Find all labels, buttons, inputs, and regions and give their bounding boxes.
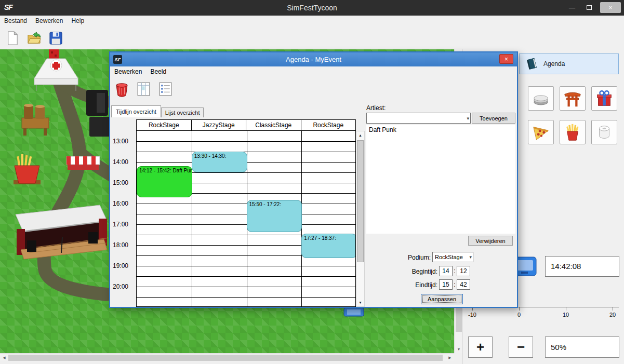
grid-line: [137, 276, 355, 277]
schedule-table: 13:0014:0015:0016:0017:0018:0019:0020:00…: [111, 117, 365, 307]
schedule-time-gutter: 13:0014:0015:0016:0017:0018:0019:0020:00: [111, 131, 136, 307]
app-logo-icon: SF: [4, 3, 12, 11]
time-label: 20:00: [113, 283, 128, 290]
slider-tick-label: -10: [462, 312, 483, 318]
new-file-icon: [5, 31, 20, 46]
shop-item-torii-gate[interactable]: [560, 86, 586, 111]
save-file-icon: [48, 31, 63, 46]
schedule-grid[interactable]: 14:12 - 15:42: Daft Punk13:30 - 14:30:15…: [136, 131, 356, 307]
menu-item-bestand[interactable]: Bestand: [0, 16, 31, 26]
dialog-menu-item-bewerken[interactable]: Bewerken: [110, 66, 146, 77]
grid-line: [137, 266, 355, 266]
scroll-left-icon[interactable]: ◀: [0, 354, 8, 362]
shop-item-pavement[interactable]: [528, 86, 554, 111]
map-striped-stall: [67, 156, 100, 170]
shop-item-pizza[interactable]: [528, 120, 554, 144]
schedule-scroll-thumb[interactable]: [357, 140, 364, 262]
event-label: 17:27 - 18:37:: [302, 234, 356, 242]
open-folder-button[interactable]: [25, 29, 43, 47]
sidebar-item-agenda[interactable]: Agenda: [519, 53, 619, 74]
artist-combobox[interactable]: ▾: [366, 113, 471, 124]
map-drink-stand: [22, 104, 49, 136]
scroll-down-icon[interactable]: ▼: [356, 299, 364, 306]
grid-line: [137, 214, 355, 214]
chevron-down-icon: ▾: [467, 113, 469, 123]
list-view-button[interactable]: [156, 78, 175, 100]
slider-tick-label: 10: [555, 312, 576, 318]
shop-item-fries[interactable]: [560, 120, 586, 144]
event-label: 14:12 - 15:42: Daft Punk: [137, 167, 192, 174]
dialog-menubar: BewerkenBeeld: [110, 66, 517, 77]
shop-item-toilet-paper[interactable]: [591, 120, 617, 144]
event-label: 15:50 - 17:22:: [247, 200, 302, 208]
slider-tick: [613, 307, 613, 311]
map-blue-object: [344, 308, 364, 316]
scroll-up-icon[interactable]: ▲: [356, 131, 364, 139]
zoom-in-button[interactable]: +: [468, 336, 493, 358]
schedule-event[interactable]: 15:50 - 17:22:: [247, 200, 302, 232]
artist-list-item[interactable]: Daft Punk: [366, 125, 515, 135]
schedule-event[interactable]: 13:30 - 14:30:: [192, 152, 247, 172]
slider-tick: [519, 307, 520, 311]
menu-item-bewerken[interactable]: Bewerken: [31, 16, 67, 26]
app-window: SF SimFestTycoon — × BestandBewerkenHelp: [0, 0, 624, 364]
dialog-tabs: Tijdlijn overzichtLijst overzicht: [111, 105, 204, 117]
begin-hour-input[interactable]: [439, 266, 453, 276]
zoom-level-display: 50%: [545, 336, 619, 358]
maximize-icon: [587, 5, 592, 10]
slider-tick: [566, 307, 566, 311]
grid-line: [137, 141, 355, 142]
trash-icon: [114, 81, 130, 97]
window-titlebar: SF SimFestTycoon — ×: [0, 0, 624, 16]
map-fries-stand: [14, 154, 41, 184]
minimize-button[interactable]: —: [566, 2, 578, 13]
tab-lijst-overzicht[interactable]: Lijst overzicht: [161, 107, 204, 117]
time-slider[interactable]: -1001020: [463, 307, 624, 322]
schedule-scrollbar[interactable]: ▲ ▼: [356, 131, 365, 307]
maximize-button[interactable]: [583, 2, 595, 13]
time-separator: :: [453, 267, 457, 275]
tab-tijdlijn-overzicht[interactable]: Tijdlijn overzicht: [111, 105, 161, 117]
trash-button[interactable]: [112, 78, 131, 100]
scroll-right-icon[interactable]: ▶: [446, 354, 454, 362]
save-file-button[interactable]: [47, 29, 64, 47]
dialog-close-button[interactable]: ×: [499, 54, 513, 64]
end-minute-input[interactable]: [457, 279, 470, 290]
event-label: 13:30 - 14:30:: [192, 152, 247, 160]
artist-listbox[interactable]: Daft Punk: [366, 125, 515, 234]
close-button[interactable]: ×: [600, 2, 621, 13]
dialog-menu-item-beeld[interactable]: Beeld: [146, 66, 170, 77]
schedule-event[interactable]: 14:12 - 15:42: Daft Punk: [137, 166, 192, 197]
map-red-carpet: [49, 49, 59, 59]
podium-combobox[interactable]: RockStage ▾: [432, 252, 473, 262]
open-folder-icon: [26, 31, 42, 46]
map-main-stage: [16, 205, 109, 259]
grid-line: [137, 224, 355, 225]
zoom-out-button[interactable]: −: [509, 336, 533, 358]
torii-gate-icon: [563, 89, 582, 109]
stage-column-header: RockStage: [301, 120, 356, 130]
scroll-down-icon[interactable]: ▼: [455, 345, 463, 353]
begin-minute-input[interactable]: [457, 266, 470, 276]
remove-artist-button[interactable]: Verwijderen: [468, 236, 513, 246]
window-title: SimFestTycoon: [287, 4, 337, 12]
time-label: 19:00: [113, 262, 128, 269]
agenda-label: Agenda: [543, 60, 565, 68]
add-artist-button[interactable]: Toevoegen: [472, 113, 515, 124]
timeline-view-button[interactable]: [134, 78, 153, 100]
menu-item-help[interactable]: Help: [67, 16, 88, 26]
schedule-event[interactable]: 17:27 - 18:37:: [301, 234, 356, 258]
begin-time-label: Begintijd:: [380, 268, 437, 275]
new-file-button[interactable]: [3, 29, 21, 47]
apply-button[interactable]: Aanpassen: [421, 294, 463, 304]
grid-line: [137, 204, 355, 204]
grid-line: [137, 287, 355, 287]
dialog-toolbar: [112, 78, 175, 103]
time-label: 17:00: [113, 221, 128, 228]
shop-item-gift[interactable]: [591, 86, 617, 111]
map-horizontal-scrollbar[interactable]: ◀ ▶: [0, 353, 454, 361]
artist-label: Artiest:: [366, 104, 386, 112]
map-hscroll-thumb[interactable]: [8, 355, 443, 361]
dialog-titlebar[interactable]: SF Agenda - MyEvent ×: [110, 52, 517, 66]
end-hour-input[interactable]: [439, 279, 453, 290]
